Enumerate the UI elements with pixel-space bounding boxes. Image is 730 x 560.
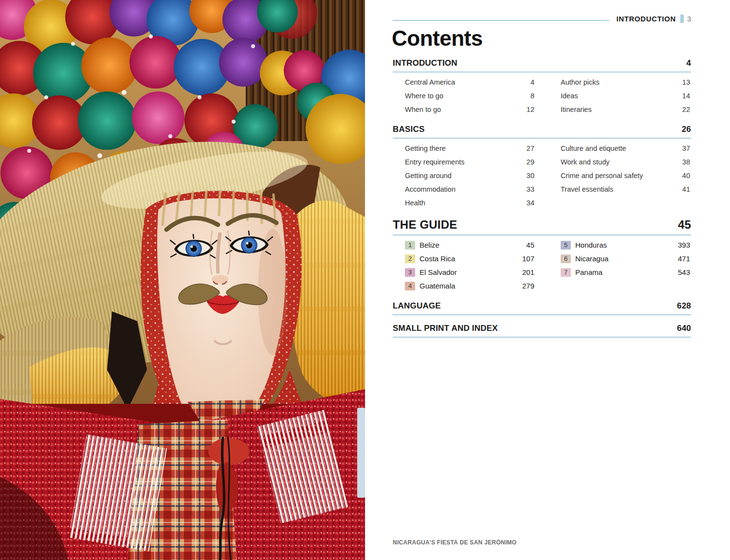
entry-page-number: 40	[682, 172, 690, 180]
chapter-number-badge: 7	[561, 268, 571, 277]
toc-entry-row: Health34	[405, 196, 534, 210]
guide-chapter-row: 2Costa Rica107	[405, 252, 534, 266]
entry-label: Panama	[575, 268, 678, 276]
entry-page-number: 34	[527, 199, 534, 207]
entry-label: Guatemala	[420, 282, 522, 290]
chapter-number-badge: 4	[405, 282, 415, 290]
entry-page-number: 8	[530, 92, 534, 100]
section-page-number: 45	[678, 218, 691, 232]
toc-entry-row: Getting around30	[405, 169, 534, 182]
entry-page-number: 33	[527, 185, 534, 193]
toc-entry-row: Central America4	[405, 75, 534, 89]
section-header: BASICS26	[393, 125, 691, 139]
entry-label: Work and study	[561, 158, 682, 166]
entry-label: Nicaragua	[575, 254, 678, 263]
toc-entry-row: Ideas14	[561, 89, 690, 103]
section-page-number: 26	[682, 125, 691, 134]
chapter-number-badge: 3	[405, 268, 415, 277]
guide-chapter-row: 5Honduras393	[561, 238, 690, 252]
entry-page-number: 41	[682, 185, 690, 193]
entry-label: When to go	[405, 106, 527, 113]
section-label: BASICS	[393, 125, 424, 134]
entry-page-number: 471	[678, 254, 690, 263]
entry-label: Honduras	[575, 241, 678, 249]
guide-chapter-row: 7Panama543	[561, 266, 690, 279]
entry-page-number: 279	[522, 282, 534, 290]
header-section-label: INTRODUCTION	[616, 15, 675, 23]
entry-page-number: 27	[527, 145, 534, 152]
contents-panel: INTRODUCTION 3 Contents INTRODUCTION4Cen…	[365, 0, 730, 560]
section-label: LANGUAGE	[393, 301, 441, 311]
entry-label: Entry requirements	[405, 158, 527, 166]
entry-page-number: 45	[526, 241, 534, 249]
toc-entry-row: Work and study38	[561, 155, 690, 169]
entry-page-number: 107	[522, 254, 534, 263]
guide-chapter-row: 3El Salvador201	[405, 266, 534, 279]
section-label: THE GUIDE	[393, 218, 457, 232]
toc-entry-row: Culture and etiquette37	[561, 142, 690, 155]
guide-chapter-row: 1Belize45	[405, 238, 534, 252]
entry-label: Getting there	[405, 145, 527, 152]
book-contents-page: INTRODUCTION 3 Contents INTRODUCTION4Cen…	[0, 0, 730, 560]
entry-label: Ideas	[561, 92, 682, 100]
section-page-number: 4	[686, 58, 691, 68]
entry-label: Itineraries	[561, 106, 682, 113]
toc-entry-row: Itineraries22	[561, 103, 690, 116]
header-accent-bar	[680, 15, 684, 23]
entry-label: Getting around	[405, 172, 527, 180]
chapter-number-badge: 6	[561, 254, 571, 263]
entry-label: Author picks	[561, 78, 682, 86]
contents-inner: INTRODUCTION 3 Contents INTRODUCTION4Cen…	[393, 14, 691, 346]
entry-page-number: 22	[682, 106, 690, 113]
toc-entry-row: Accommodation33	[405, 182, 534, 196]
header-rule	[393, 20, 609, 21]
entry-label: Costa Rica	[420, 254, 522, 263]
toc-column: 5Honduras3936Nicaragua4717Panama543	[561, 238, 690, 293]
cover-photo	[0, 0, 365, 560]
entry-page-number: 14	[682, 92, 690, 100]
entry-label: Culture and etiquette	[561, 145, 682, 152]
photo-caption: NICARAGUA’S FIESTA DE SAN JERÓNIMO	[393, 539, 516, 546]
page-title: Contents	[392, 27, 691, 50]
toc-section-basics: BASICS26Getting there27Entry requirement…	[393, 125, 691, 210]
entry-page-number: 12	[527, 106, 534, 113]
section-columns: 1Belize452Costa Rica1073El Salvador2014G…	[393, 235, 691, 293]
section-label: INTRODUCTION	[393, 58, 457, 68]
entry-label: Accommodation	[405, 185, 527, 193]
entry-label: Health	[405, 199, 527, 207]
entry-label: El Salvador	[420, 268, 522, 276]
header-page-number: 3	[687, 15, 691, 23]
chapter-number-badge: 5	[561, 241, 571, 250]
section-columns: Getting there27Entry requirements29Getti…	[393, 139, 691, 210]
entry-label: Where to go	[405, 92, 530, 100]
toc-entry-row: Author picks13	[561, 75, 690, 89]
entry-label: Belize	[420, 241, 526, 249]
entry-page-number: 13	[682, 78, 690, 86]
toc-section-small-print: SMALL PRINT AND INDEX640	[393, 324, 691, 338]
toc-entry-row: When to go12	[405, 103, 534, 116]
toc-column: 1Belize452Costa Rica1073El Salvador2014G…	[405, 238, 534, 293]
entry-page-number: 201	[522, 268, 534, 276]
guide-chapter-row: 6Nicaragua471	[561, 252, 690, 266]
entry-label: Central America	[405, 78, 530, 86]
chapter-number-badge: 2	[405, 254, 415, 263]
section-header: SMALL PRINT AND INDEX640	[393, 324, 691, 338]
toc-column: Author picks13Ideas14Itineraries22	[561, 75, 690, 116]
entry-page-number: 38	[682, 158, 690, 166]
entry-label: Travel essentials	[561, 185, 682, 193]
guide-chapter-row: 4Guatemala279	[405, 279, 534, 293]
toc-entry-row: Travel essentials41	[561, 182, 690, 196]
section-columns: Central America4Where to go8When to go12…	[393, 72, 691, 116]
toc-column: Culture and etiquette37Work and study38C…	[561, 142, 690, 210]
entry-page-number: 37	[682, 145, 690, 152]
toc-section-introduction: INTRODUCTION4Central America4Where to go…	[393, 58, 691, 116]
chapter-number-badge: 1	[405, 241, 415, 250]
entry-label: Crime and personal safety	[561, 172, 682, 180]
section-header: LANGUAGE628	[393, 301, 691, 315]
fiesta-mask-illustration	[0, 0, 365, 560]
entry-page-number: 543	[678, 268, 690, 276]
section-label: SMALL PRINT AND INDEX	[393, 324, 498, 333]
running-header: INTRODUCTION 3	[393, 14, 691, 23]
section-header: INTRODUCTION4	[393, 58, 691, 72]
toc-entry-row: Getting there27	[405, 142, 534, 155]
